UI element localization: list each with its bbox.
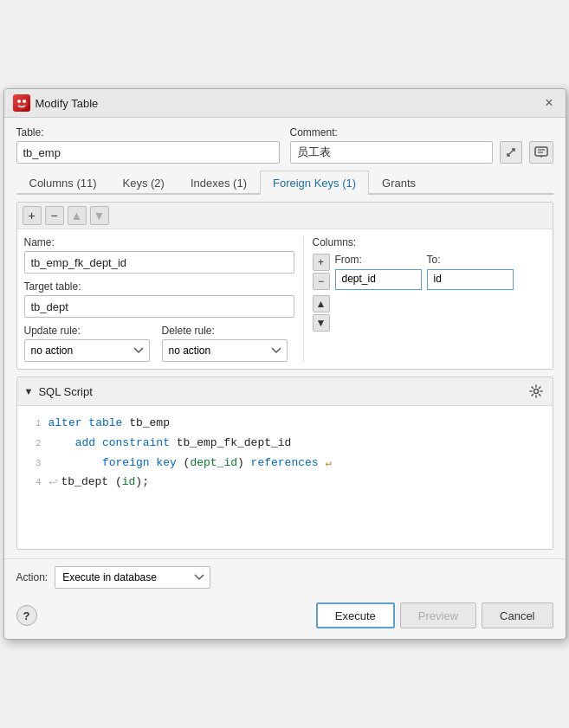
- add-fk-button[interactable]: +: [23, 206, 42, 225]
- modify-table-dialog: Modify Table × Table: Comment:: [3, 88, 566, 640]
- comment-field-group: Comment:: [290, 126, 553, 164]
- bottom-row: Action: Execute in database Generate SQL…: [4, 558, 566, 596]
- sql-line-2: add constraint tb_emp_fk_dept_id: [48, 435, 292, 453]
- col-from-cell[interactable]: dept_id: [335, 269, 422, 290]
- delete-rule-select[interactable]: no action restrict cascade set null set …: [162, 339, 288, 362]
- execute-button[interactable]: Execute: [316, 602, 395, 628]
- move-down-button[interactable]: ▼: [90, 206, 109, 225]
- title-bar: Modify Table ×: [4, 89, 566, 118]
- col-headers: From: To:: [335, 254, 546, 266]
- sql-body: 1 alter table tb_emp 2 add constraint tb…: [17, 406, 553, 549]
- rules-row: Update rule: no action restrict cascade …: [24, 325, 294, 362]
- app-icon: [13, 94, 30, 112]
- sql-header: ▼ SQL Script: [17, 377, 553, 406]
- preview-button[interactable]: Preview: [400, 602, 476, 628]
- sql-section: ▼ SQL Script 1 alter table tb_emp 2 add …: [16, 377, 553, 550]
- table-label: Table:: [16, 126, 280, 139]
- tab-indexes[interactable]: Indexes (1): [178, 171, 260, 195]
- fk-content: Name: Target table: Update rule: no acti…: [17, 229, 553, 369]
- sql-line-3: foreign key (dept_id) references ↵: [48, 454, 332, 473]
- line-num-1: 1: [29, 416, 42, 432]
- update-rule-select[interactable]: no action restrict cascade set null set …: [24, 339, 150, 362]
- collapse-arrow[interactable]: ▼: [24, 386, 34, 396]
- footer: ? Execute Preview Cancel: [4, 596, 566, 639]
- fk-left: Name: Target table: Update rule: no acti…: [24, 236, 303, 362]
- svg-marker-7: [540, 156, 543, 158]
- col-row: dept_id id: [335, 269, 546, 290]
- fk-name-input[interactable]: [24, 251, 294, 274]
- col-to-header: To:: [427, 254, 514, 266]
- help-button[interactable]: ?: [16, 605, 37, 626]
- comment-label: Comment:: [290, 126, 553, 139]
- sql-line-1: alter table tb_emp: [48, 415, 170, 433]
- table-field-group: Table:: [16, 126, 280, 164]
- comment-icon-button[interactable]: [529, 141, 553, 164]
- line-num-2: 2: [29, 436, 42, 452]
- fk-target-input[interactable]: [24, 295, 294, 318]
- fk-panel: + − ▲ ▼ Name: Target table:: [16, 202, 553, 370]
- action-label: Action:: [16, 571, 48, 583]
- svg-rect-4: [535, 147, 547, 156]
- title-bar-left: Modify Table: [13, 94, 99, 112]
- tab-columns[interactable]: Columns (11): [16, 171, 110, 195]
- table-comment-row: Table: Comment:: [16, 126, 553, 164]
- dialog-title: Modify Table: [36, 97, 99, 110]
- fk-target-group: Target table:: [24, 280, 294, 318]
- columns-area: + − ▲ ▼ From: To:: [313, 254, 546, 332]
- move-up-button[interactable]: ▲: [68, 206, 87, 225]
- col-up-button[interactable]: ▲: [313, 295, 330, 312]
- col-mini-toolbar: + − ▲ ▼: [313, 254, 330, 332]
- fk-target-label: Target table:: [24, 280, 294, 293]
- svg-point-8: [533, 390, 538, 394]
- fk-name-label: Name:: [24, 236, 294, 248]
- update-rule-group: Update rule: no action restrict cascade …: [24, 325, 150, 362]
- remove-fk-button[interactable]: −: [45, 206, 64, 225]
- close-button[interactable]: ×: [541, 96, 556, 110]
- remove-col-button[interactable]: −: [313, 273, 330, 290]
- col-down-button[interactable]: ▼: [313, 314, 330, 332]
- sql-title: SQL Script: [38, 385, 92, 398]
- delete-rule-group: Delete rule: no action restrict cascade …: [162, 325, 288, 362]
- action-select[interactable]: Execute in database Generate SQL file Co…: [55, 566, 210, 589]
- tab-bar: Columns (11) Keys (2) Indexes (1) Foreig…: [16, 171, 553, 195]
- fk-name-group: Name:: [24, 236, 294, 274]
- dialog-body: Table: Comment:: [4, 118, 566, 558]
- sql-line-4: ⮐tb_dept (id);: [48, 474, 149, 492]
- footer-buttons: Execute Preview Cancel: [316, 602, 553, 628]
- fk-right: Columns: + − ▲ ▼ From:: [303, 236, 546, 362]
- delete-rule-label: Delete rule:: [162, 325, 288, 337]
- columns-table: From: To: dept_id id: [335, 254, 546, 332]
- columns-label: Columns:: [313, 236, 546, 248]
- comment-input[interactable]: [290, 141, 493, 164]
- fk-toolbar: + − ▲ ▼: [17, 203, 553, 229]
- tab-foreign-keys[interactable]: Foreign Keys (1): [260, 171, 369, 195]
- svg-point-2: [23, 100, 26, 103]
- line-num-4: 4: [29, 475, 42, 491]
- add-col-button[interactable]: +: [313, 254, 330, 271]
- update-rule-label: Update rule:: [24, 325, 150, 337]
- line-num-3: 3: [29, 456, 42, 472]
- col-from-header: From:: [335, 254, 422, 266]
- table-input[interactable]: [16, 141, 280, 164]
- expand-button[interactable]: [500, 141, 522, 164]
- tab-grants[interactable]: Grants: [369, 171, 429, 195]
- col-arrows: ▲ ▼: [313, 295, 330, 332]
- gear-icon-button[interactable]: [527, 382, 546, 401]
- cancel-button[interactable]: Cancel: [482, 602, 553, 628]
- comment-row: [290, 141, 553, 164]
- col-to-cell[interactable]: id: [427, 269, 514, 290]
- svg-point-1: [17, 100, 21, 103]
- tab-keys[interactable]: Keys (2): [110, 171, 178, 195]
- svg-line-3: [508, 149, 514, 156]
